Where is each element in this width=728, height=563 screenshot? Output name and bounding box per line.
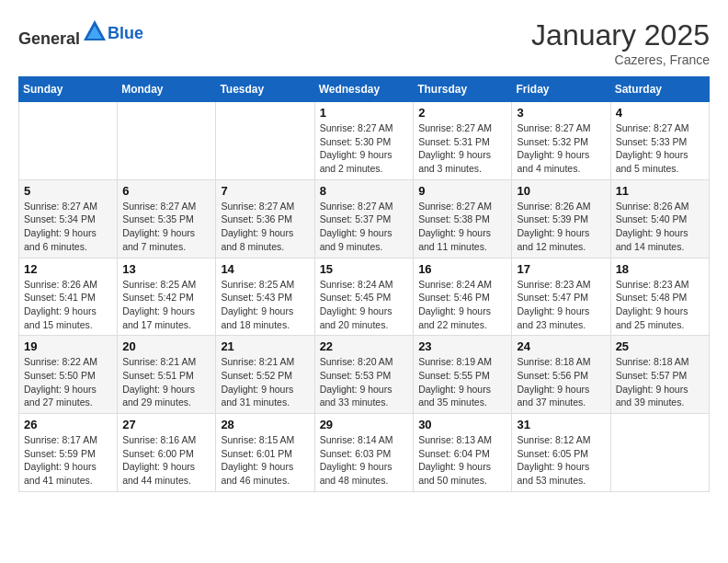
calendar-cell: 27Sunrise: 8:16 AMSunset: 6:00 PMDayligh… xyxy=(118,414,216,492)
day-info: Sunrise: 8:22 AMSunset: 5:50 PMDaylight:… xyxy=(24,355,112,409)
calendar-cell: 7Sunrise: 8:27 AMSunset: 5:36 PMDaylight… xyxy=(216,179,314,258)
calendar-cell: 11Sunrise: 8:26 AMSunset: 5:40 PMDayligh… xyxy=(610,179,709,258)
day-info: Sunrise: 8:12 AMSunset: 6:05 PMDaylight:… xyxy=(517,433,605,488)
location-title: Cazeres, France xyxy=(531,52,710,67)
day-number: 16 xyxy=(418,262,506,276)
weekday-header: Tuesday xyxy=(216,77,314,102)
day-number: 24 xyxy=(517,339,605,353)
day-number: 18 xyxy=(616,262,704,276)
day-info: Sunrise: 8:16 AMSunset: 6:00 PMDaylight:… xyxy=(122,433,210,488)
calendar-cell: 15Sunrise: 8:24 AMSunset: 5:45 PMDayligh… xyxy=(314,258,414,336)
day-info: Sunrise: 8:24 AMSunset: 5:45 PMDaylight:… xyxy=(320,278,409,332)
calendar-cell: 9Sunrise: 8:27 AMSunset: 5:38 PMDaylight… xyxy=(414,179,512,258)
day-info: Sunrise: 8:18 AMSunset: 5:57 PMDaylight:… xyxy=(616,355,704,409)
calendar-cell: 13Sunrise: 8:25 AMSunset: 5:42 PMDayligh… xyxy=(118,258,216,336)
day-info: Sunrise: 8:14 AMSunset: 6:03 PMDaylight:… xyxy=(320,433,409,488)
logo: General Blue xyxy=(18,18,143,49)
day-number: 9 xyxy=(418,184,506,198)
day-number: 23 xyxy=(418,339,506,353)
calendar-cell xyxy=(19,102,118,180)
calendar-cell: 28Sunrise: 8:15 AMSunset: 6:01 PMDayligh… xyxy=(216,414,314,492)
day-number: 26 xyxy=(24,418,112,431)
day-info: Sunrise: 8:27 AMSunset: 5:35 PMDaylight:… xyxy=(122,200,210,254)
day-number: 13 xyxy=(122,262,210,276)
calendar-cell: 3Sunrise: 8:27 AMSunset: 5:32 PMDaylight… xyxy=(512,102,610,180)
logo-icon xyxy=(82,18,108,44)
day-number: 15 xyxy=(320,262,409,276)
calendar-cell: 23Sunrise: 8:19 AMSunset: 5:55 PMDayligh… xyxy=(414,336,512,414)
weekday-header: Saturday xyxy=(610,77,709,102)
calendar-week-row: 5Sunrise: 8:27 AMSunset: 5:34 PMDaylight… xyxy=(19,179,710,258)
day-info: Sunrise: 8:27 AMSunset: 5:33 PMDaylight:… xyxy=(616,121,704,176)
calendar-cell: 2Sunrise: 8:27 AMSunset: 5:31 PMDaylight… xyxy=(414,102,512,180)
day-number: 29 xyxy=(320,418,409,431)
calendar-header-row: SundayMondayTuesdayWednesdayThursdayFrid… xyxy=(19,77,710,102)
day-number: 30 xyxy=(418,418,506,431)
day-info: Sunrise: 8:19 AMSunset: 5:55 PMDaylight:… xyxy=(418,355,506,409)
calendar-cell: 20Sunrise: 8:21 AMSunset: 5:51 PMDayligh… xyxy=(118,336,216,414)
day-info: Sunrise: 8:27 AMSunset: 5:31 PMDaylight:… xyxy=(418,121,506,176)
day-number: 20 xyxy=(122,339,210,353)
day-number: 6 xyxy=(122,184,210,198)
calendar-cell: 24Sunrise: 8:18 AMSunset: 5:56 PMDayligh… xyxy=(512,336,610,414)
calendar-cell: 10Sunrise: 8:26 AMSunset: 5:39 PMDayligh… xyxy=(512,179,610,258)
day-info: Sunrise: 8:23 AMSunset: 5:47 PMDaylight:… xyxy=(517,278,605,332)
day-info: Sunrise: 8:15 AMSunset: 6:01 PMDaylight:… xyxy=(221,433,309,488)
day-info: Sunrise: 8:27 AMSunset: 5:38 PMDaylight:… xyxy=(418,200,506,254)
day-info: Sunrise: 8:23 AMSunset: 5:48 PMDaylight:… xyxy=(616,278,704,332)
calendar-cell: 18Sunrise: 8:23 AMSunset: 5:48 PMDayligh… xyxy=(610,258,709,336)
day-number: 27 xyxy=(122,418,210,431)
calendar-cell: 30Sunrise: 8:13 AMSunset: 6:04 PMDayligh… xyxy=(414,414,512,492)
day-info: Sunrise: 8:26 AMSunset: 5:41 PMDaylight:… xyxy=(24,278,112,332)
day-info: Sunrise: 8:27 AMSunset: 5:36 PMDaylight:… xyxy=(221,200,309,254)
day-info: Sunrise: 8:27 AMSunset: 5:32 PMDaylight:… xyxy=(517,121,605,176)
calendar-cell: 31Sunrise: 8:12 AMSunset: 6:05 PMDayligh… xyxy=(512,414,610,492)
day-info: Sunrise: 8:17 AMSunset: 5:59 PMDaylight:… xyxy=(24,433,112,488)
day-info: Sunrise: 8:27 AMSunset: 5:37 PMDaylight:… xyxy=(320,200,409,254)
day-number: 10 xyxy=(517,184,605,198)
calendar-cell xyxy=(216,102,314,180)
day-number: 22 xyxy=(320,339,409,353)
calendar-cell xyxy=(118,102,216,180)
day-info: Sunrise: 8:26 AMSunset: 5:40 PMDaylight:… xyxy=(616,200,704,254)
day-info: Sunrise: 8:13 AMSunset: 6:04 PMDaylight:… xyxy=(418,433,506,488)
calendar-week-row: 1Sunrise: 8:27 AMSunset: 5:30 PMDaylight… xyxy=(19,102,710,180)
calendar-cell: 22Sunrise: 8:20 AMSunset: 5:53 PMDayligh… xyxy=(314,336,414,414)
calendar-cell: 1Sunrise: 8:27 AMSunset: 5:30 PMDaylight… xyxy=(314,102,414,180)
calendar-week-row: 19Sunrise: 8:22 AMSunset: 5:50 PMDayligh… xyxy=(19,336,710,414)
calendar-cell: 12Sunrise: 8:26 AMSunset: 5:41 PMDayligh… xyxy=(19,258,118,336)
day-number: 1 xyxy=(320,106,409,120)
calendar-cell: 29Sunrise: 8:14 AMSunset: 6:03 PMDayligh… xyxy=(314,414,414,492)
day-number: 7 xyxy=(221,184,309,198)
day-info: Sunrise: 8:18 AMSunset: 5:56 PMDaylight:… xyxy=(517,355,605,409)
day-number: 4 xyxy=(616,106,704,120)
page-header: General Blue January 2025 Cazeres, Franc… xyxy=(18,18,710,67)
calendar-week-row: 12Sunrise: 8:26 AMSunset: 5:41 PMDayligh… xyxy=(19,258,710,336)
day-info: Sunrise: 8:24 AMSunset: 5:46 PMDaylight:… xyxy=(418,278,506,332)
day-number: 8 xyxy=(320,184,409,198)
day-info: Sunrise: 8:25 AMSunset: 5:43 PMDaylight:… xyxy=(221,278,309,332)
month-title: January 2025 xyxy=(531,18,710,52)
calendar-cell xyxy=(610,414,709,492)
day-info: Sunrise: 8:21 AMSunset: 5:51 PMDaylight:… xyxy=(122,355,210,409)
day-number: 3 xyxy=(517,106,605,120)
weekday-header: Thursday xyxy=(414,77,512,102)
logo-text-blue: Blue xyxy=(108,24,143,42)
calendar-cell: 16Sunrise: 8:24 AMSunset: 5:46 PMDayligh… xyxy=(414,258,512,336)
calendar-cell: 6Sunrise: 8:27 AMSunset: 5:35 PMDaylight… xyxy=(118,179,216,258)
calendar-cell: 17Sunrise: 8:23 AMSunset: 5:47 PMDayligh… xyxy=(512,258,610,336)
day-number: 28 xyxy=(221,418,309,431)
calendar-cell: 19Sunrise: 8:22 AMSunset: 5:50 PMDayligh… xyxy=(19,336,118,414)
day-number: 5 xyxy=(24,184,112,198)
day-info: Sunrise: 8:21 AMSunset: 5:52 PMDaylight:… xyxy=(221,355,309,409)
day-number: 2 xyxy=(418,106,506,120)
day-info: Sunrise: 8:27 AMSunset: 5:34 PMDaylight:… xyxy=(24,200,112,254)
day-number: 14 xyxy=(221,262,309,276)
day-number: 19 xyxy=(24,339,112,353)
calendar-cell: 26Sunrise: 8:17 AMSunset: 5:59 PMDayligh… xyxy=(19,414,118,492)
calendar-cell: 4Sunrise: 8:27 AMSunset: 5:33 PMDaylight… xyxy=(610,102,709,180)
day-info: Sunrise: 8:27 AMSunset: 5:30 PMDaylight:… xyxy=(320,121,409,176)
calendar-cell: 14Sunrise: 8:25 AMSunset: 5:43 PMDayligh… xyxy=(216,258,314,336)
calendar-cell: 25Sunrise: 8:18 AMSunset: 5:57 PMDayligh… xyxy=(610,336,709,414)
weekday-header: Friday xyxy=(512,77,610,102)
